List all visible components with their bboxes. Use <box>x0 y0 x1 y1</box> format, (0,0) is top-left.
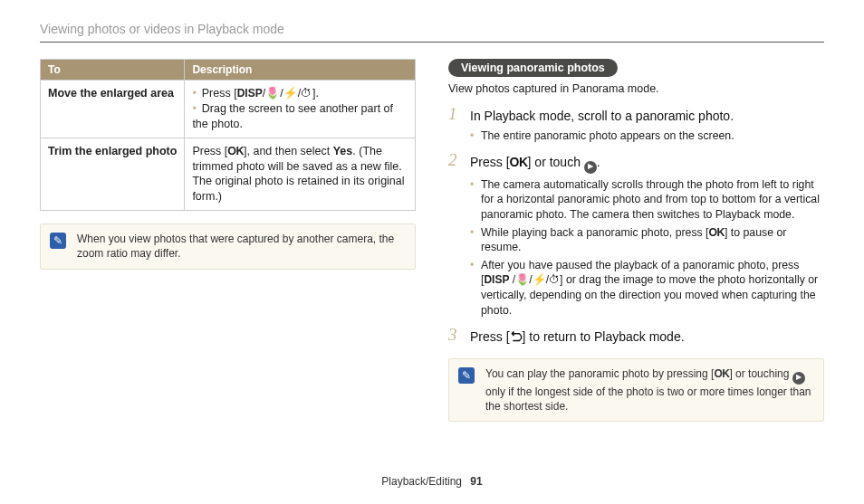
disp-icon: DISP <box>237 87 263 100</box>
page-title: Viewing photos or videos in Playback mod… <box>40 22 824 43</box>
note-text: You can play the panoramic photo by pres… <box>485 366 814 414</box>
step-number: 2 <box>448 150 457 170</box>
desc-bullet: Press [DISP/🌷/⚡/⏱]. <box>192 86 408 101</box>
text: Press [ <box>192 145 227 157</box>
step-title: In Playback mode, scroll to a panoramic … <box>470 108 824 125</box>
row-key: Trim the enlarged photo <box>41 138 185 211</box>
page-footer: Playback/Editing 91 <box>0 475 864 488</box>
th-to: To <box>41 60 185 81</box>
right-column: Viewing panoramic photos View photos cap… <box>448 59 824 422</box>
disp-icon: DISP <box>484 273 509 286</box>
ok-icon: OK <box>510 155 528 169</box>
text: ] or touch <box>528 155 584 169</box>
text: Press [ <box>470 329 510 344</box>
play-icon: ▶ <box>792 372 805 385</box>
step-sub: The camera automatically scrolls through… <box>470 177 824 223</box>
section-chip: Viewing panoramic photos <box>448 59 618 77</box>
ok-icon: OK <box>709 226 725 239</box>
ok-icon: OK <box>714 367 729 380</box>
desc-bullet: Drag the screen to see another part of t… <box>192 101 408 132</box>
step-3: 3 Press [⮌] to return to Playback mode. <box>448 328 824 346</box>
step-1: 1 In Playback mode, scroll to a panorami… <box>448 108 824 143</box>
row-desc: Press [OK], and then select Yes. (The tr… <box>185 138 416 211</box>
table-row: Move the enlarged area Press [DISP/🌷/⚡/⏱… <box>41 81 416 138</box>
step-title: Press [⮌] to return to Playback mode. <box>470 328 824 346</box>
section-intro: View photos captured in Panorama mode. <box>448 82 824 95</box>
step-sub: After you have paused the playback of a … <box>470 258 824 318</box>
row-desc: Press [DISP/🌷/⚡/⏱]. Drag the screen to s… <box>185 81 416 138</box>
step-number: 1 <box>448 104 457 124</box>
feature-table: To Description Move the enlarged area Pr… <box>40 59 416 211</box>
step-2: 2 Press [OK] or touch ▶. The camera auto… <box>448 154 824 318</box>
steps-list: 1 In Playback mode, scroll to a panorami… <box>448 108 824 346</box>
ok-icon: OK <box>227 145 244 157</box>
step-sub: The entire panoramic photo appears on th… <box>470 128 824 144</box>
return-icon: ⮌ <box>510 329 523 344</box>
text: only if the longest side of the photo is… <box>485 385 811 413</box>
note-icon: ✎ <box>458 367 475 384</box>
text: ], and then select <box>244 145 333 157</box>
text: You can play the panoramic photo by pres… <box>485 367 714 380</box>
step-title: Press [OK] or touch ▶. <box>470 154 824 173</box>
row-key: Move the enlarged area <box>41 81 185 138</box>
step-sub: While playing back a panoramic photo, pr… <box>470 225 824 255</box>
note-box: ✎ When you view photos that were capture… <box>40 223 416 269</box>
text: ] to return to Playback mode. <box>523 329 685 344</box>
note-text: When you view photos that were captured … <box>77 232 406 261</box>
th-desc: Description <box>185 60 416 81</box>
text: Press [ <box>470 155 510 169</box>
play-icon: ▶ <box>584 161 597 174</box>
table-row: Trim the enlarged photo Press [OK], and … <box>41 138 416 211</box>
note-box: ✎ You can play the panoramic photo by pr… <box>448 358 824 422</box>
page-number: 91 <box>470 475 482 488</box>
text: . <box>597 155 600 169</box>
footer-section: Playback/Editing <box>381 475 462 488</box>
text: ] or touching <box>729 367 792 380</box>
left-column: To Description Move the enlarged area Pr… <box>40 59 416 422</box>
yes-label: Yes <box>333 145 353 157</box>
step-number: 3 <box>448 325 457 345</box>
note-icon: ✎ <box>50 233 66 249</box>
